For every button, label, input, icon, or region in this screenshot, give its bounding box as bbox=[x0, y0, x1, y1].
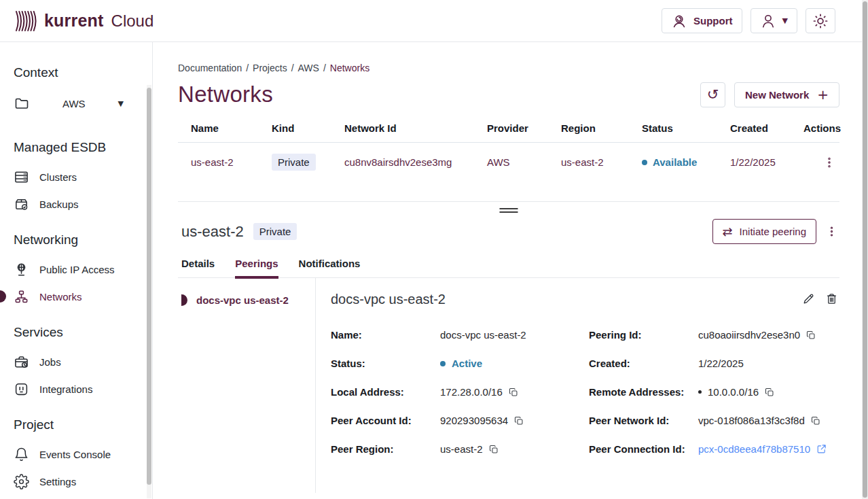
sidebar-item-integrations[interactable]: Integrations bbox=[14, 381, 141, 397]
sidebar-heading-networking: Networking bbox=[14, 233, 141, 247]
user-icon bbox=[760, 13, 776, 29]
field-local-address: Local Address: 172.28.0.0/16 bbox=[331, 386, 589, 398]
initiate-peering-label: Initiate peering bbox=[740, 226, 806, 237]
sidebar-item-public-ip-access[interactable]: Public IP Access bbox=[14, 261, 141, 277]
plus-icon: + bbox=[817, 86, 829, 103]
status-dot bbox=[440, 361, 446, 366]
field-peer-network-id: Peer Network Id: vpc-018f086a13f3c3f8d bbox=[589, 415, 839, 426]
sidebar-item-clusters[interactable]: Clusters bbox=[14, 169, 141, 185]
refresh-button[interactable]: ↺ bbox=[700, 82, 725, 107]
detail-tabs: Details Peerings Notifications bbox=[178, 258, 839, 278]
peer-connection-link[interactable]: pcx-0cd8eea4f78b87510 bbox=[698, 443, 810, 455]
gear-icon bbox=[14, 474, 29, 489]
swap-arrows-icon: ⇄ bbox=[723, 224, 733, 239]
peering-title: docs-vpc us-east-2 bbox=[331, 292, 446, 307]
copy-icon[interactable] bbox=[514, 416, 524, 426]
sidebar-item-label: Networks bbox=[39, 291, 82, 303]
new-network-button[interactable]: New Network + bbox=[734, 82, 839, 107]
column-header-status: Status bbox=[642, 122, 730, 134]
sidebar-item-label: Settings bbox=[39, 476, 76, 487]
breadcrumb-item[interactable]: Documentation bbox=[178, 63, 242, 73]
sidebar-item-jobs[interactable]: Jobs bbox=[14, 354, 141, 370]
cell-name: us-east-2 bbox=[191, 156, 272, 168]
tab-notifications[interactable]: Notifications bbox=[299, 258, 361, 277]
kurrent-waves-icon bbox=[15, 8, 38, 34]
external-link-icon[interactable] bbox=[816, 444, 827, 454]
support-label: Support bbox=[693, 15, 733, 27]
breadcrumb-current: Networks bbox=[330, 63, 369, 73]
list-bullet bbox=[698, 390, 702, 394]
kind-badge: Private bbox=[272, 154, 316, 171]
field-created: Created: 1/22/2025 bbox=[589, 358, 839, 369]
sidebar-item-label: Backups bbox=[39, 199, 79, 210]
sidebar: Context AWS ▼ Managed ESDB Clusters bbox=[0, 42, 153, 499]
cell-created: 1/22/2025 bbox=[730, 156, 803, 168]
tab-peerings[interactable]: Peerings bbox=[235, 258, 278, 277]
peering-item-label: docs-vpc us-east-2 bbox=[196, 294, 289, 306]
edit-peering-button[interactable] bbox=[802, 292, 815, 307]
delete-peering-button[interactable] bbox=[825, 292, 838, 307]
window-scrollbar[interactable] bbox=[862, 0, 868, 499]
column-header-kind: Kind bbox=[272, 122, 344, 134]
table-row[interactable]: us-east-2 Private cu8nv8airsdhv2ese3mg A… bbox=[178, 143, 839, 182]
copy-icon[interactable] bbox=[509, 388, 518, 397]
network-tree-icon bbox=[14, 289, 29, 305]
breadcrumb-item[interactable]: Projects bbox=[253, 63, 287, 73]
sidebar-item-label: Events Console bbox=[39, 449, 111, 460]
sidebar-item-events-console[interactable]: Events Console bbox=[14, 446, 141, 462]
sidebar-heading-project: Project bbox=[14, 417, 141, 432]
field-peer-region: Peer Region: us-east-2 bbox=[331, 443, 589, 455]
support-button[interactable]: Support bbox=[662, 8, 742, 33]
panel-resize-handle[interactable] bbox=[178, 201, 839, 216]
row-actions-kebab-icon[interactable] bbox=[821, 154, 837, 171]
breadcrumb-item[interactable]: AWS bbox=[298, 63, 319, 73]
sidebar-item-label: Integrations bbox=[39, 383, 92, 395]
column-header-region: Region bbox=[561, 122, 642, 134]
user-menu-button[interactable]: ▼ bbox=[751, 8, 797, 33]
sidebar-item-settings[interactable]: Settings bbox=[14, 473, 141, 489]
sidebar-item-label: Jobs bbox=[39, 356, 61, 368]
copy-icon[interactable] bbox=[765, 388, 774, 397]
field-status: Status: Active bbox=[331, 358, 589, 369]
pencil-icon bbox=[802, 292, 815, 305]
field-peer-connection-id: Peer Connection Id: pcx-0cd8eea4f78b8751… bbox=[589, 443, 839, 455]
detail-kind-badge: Private bbox=[253, 223, 297, 240]
tab-details[interactable]: Details bbox=[181, 258, 215, 277]
copy-icon[interactable] bbox=[489, 445, 499, 454]
sidebar-scrollbar[interactable] bbox=[147, 85, 151, 498]
cell-status: Available bbox=[642, 156, 730, 168]
folder-icon bbox=[14, 95, 30, 111]
trash-icon bbox=[825, 292, 838, 305]
detail-actions-kebab-icon[interactable] bbox=[823, 224, 839, 240]
peering-detail: docs-vpc us-east-2 bbox=[316, 278, 839, 493]
clusters-icon bbox=[14, 169, 29, 185]
peering-list-item[interactable]: docs-vpc us-east-2 bbox=[181, 294, 315, 306]
theme-toggle-button[interactable] bbox=[806, 8, 835, 33]
cell-provider: AWS bbox=[487, 156, 561, 168]
field-name: Name: docs-vpc us-east-2 bbox=[331, 329, 589, 341]
context-selector[interactable]: AWS ▼ bbox=[14, 94, 141, 113]
bell-icon bbox=[14, 447, 29, 462]
column-header-provider: Provider bbox=[487, 122, 561, 134]
brand-suffix: Cloud bbox=[111, 12, 154, 31]
sidebar-item-label: Clusters bbox=[39, 171, 77, 183]
support-headset-icon bbox=[671, 13, 687, 29]
drag-grip-icon bbox=[500, 208, 518, 215]
field-remote-addresses: Remote Addresses: 10.0.0.0/16 bbox=[589, 386, 839, 398]
table-header-row: Name Kind Network Id Provider Region Sta… bbox=[178, 122, 839, 143]
sidebar-heading-services: Services bbox=[14, 325, 141, 340]
copy-icon[interactable] bbox=[806, 330, 816, 340]
sidebar-item-networks[interactable]: Networks bbox=[14, 288, 141, 305]
chevron-down-icon: ▼ bbox=[118, 99, 124, 108]
brand-name: kurrent bbox=[44, 11, 104, 31]
copy-icon[interactable] bbox=[811, 416, 820, 426]
active-item-marker bbox=[0, 290, 6, 303]
sun-icon bbox=[812, 12, 829, 30]
briefcase-clock-icon bbox=[14, 354, 29, 370]
status-dot bbox=[642, 160, 647, 165]
brand-logo[interactable]: kurrent Cloud bbox=[15, 8, 153, 34]
column-header-actions: Actions bbox=[803, 122, 841, 134]
initiate-peering-button[interactable]: ⇄ Initiate peering bbox=[712, 219, 817, 244]
sidebar-item-backups[interactable]: Backups bbox=[14, 196, 141, 212]
page-title: Networks bbox=[178, 82, 273, 107]
